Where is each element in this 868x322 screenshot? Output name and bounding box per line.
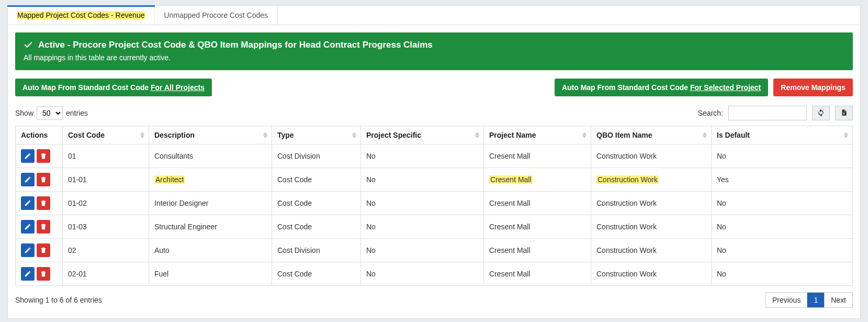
- cell-project-specific: No: [361, 215, 484, 239]
- export-icon: [840, 109, 848, 118]
- col-description[interactable]: Description: [149, 126, 272, 145]
- tab-mapped-label: Mapped Project Cost Codes - Revenue: [17, 11, 145, 19]
- cell-cost-code: 02-01: [63, 262, 149, 286]
- cell-project-name: Cresent Mall: [484, 192, 591, 215]
- sort-icon: [703, 132, 707, 138]
- pager-page-1[interactable]: 1: [807, 293, 824, 307]
- tab-panel: Active - Procore Project Cost Code & QBO…: [7, 25, 861, 319]
- action-row: Auto Map From Standard Cost Code For All…: [15, 79, 853, 96]
- table-row: 01ConsultantsCost DivisionNoCresent Mall…: [16, 145, 853, 168]
- edit-button[interactable]: [21, 267, 35, 281]
- edit-button[interactable]: [21, 243, 35, 257]
- refresh-button[interactable]: [812, 106, 830, 120]
- sort-icon: [582, 132, 587, 138]
- cell-description: Architect: [149, 168, 272, 192]
- cell-project-specific: No: [361, 168, 484, 192]
- table-row: 02-01FuelCost CodeNoCresent MallConstruc…: [16, 262, 853, 286]
- col-is-default[interactable]: Is Default: [712, 126, 853, 145]
- mappings-table: Actions Cost Code Description Type Proje…: [15, 126, 853, 286]
- tab-unmapped-label: Unmapped Procore Cost Codes: [164, 11, 268, 19]
- cell-qbo-item: Construction Work: [591, 168, 712, 192]
- search-input[interactable]: [728, 106, 807, 120]
- cell-project-specific: No: [361, 239, 484, 262]
- sort-icon: [475, 132, 479, 138]
- cell-description: Interior Designer: [149, 192, 272, 215]
- cell-project-specific: No: [361, 145, 484, 168]
- cell-qbo-item: Construction Work: [591, 192, 712, 215]
- export-button[interactable]: [835, 106, 853, 120]
- pager: Previous 1 Next: [765, 292, 853, 308]
- tabs-strip: Mapped Project Cost Codes - Revenue Unma…: [7, 5, 861, 25]
- col-qbo-item[interactable]: QBO Item Name: [591, 126, 712, 145]
- table-controls: Show 50 entries Search:: [15, 106, 853, 120]
- tab-mapped-cost-codes[interactable]: Mapped Project Cost Codes - Revenue: [8, 6, 155, 25]
- delete-button[interactable]: [37, 149, 50, 163]
- table-info: Showing 1 to 6 of 6 entries: [15, 296, 102, 304]
- trash-icon: [40, 247, 47, 254]
- cell-project-name: Cresent Mall: [484, 262, 591, 286]
- edit-button[interactable]: [21, 149, 35, 163]
- col-type[interactable]: Type: [272, 126, 361, 145]
- cell-is-default: Yes: [712, 168, 853, 192]
- cell-description: Fuel: [149, 262, 272, 286]
- edit-button[interactable]: [21, 196, 35, 210]
- cell-qbo-item: Construction Work: [591, 262, 712, 286]
- tab-unmapped-cost-codes[interactable]: Unmapped Procore Cost Codes: [155, 6, 278, 25]
- cell-type: Cost Division: [272, 145, 361, 168]
- cell-cost-code: 01-03: [63, 215, 149, 239]
- auto-map-all-button[interactable]: Auto Map From Standard Cost Code For All…: [15, 79, 212, 96]
- cell-description: Structural Engineer: [149, 215, 272, 239]
- remove-mappings-button[interactable]: Remove Mappings: [773, 79, 853, 96]
- col-actions: Actions: [16, 126, 63, 145]
- cell-project-specific: No: [361, 262, 484, 286]
- edit-button[interactable]: [21, 220, 35, 234]
- cell-is-default: No: [712, 145, 853, 168]
- cell-description: Consultants: [149, 145, 272, 168]
- auto-map-selected-button[interactable]: Auto Map From Standard Cost Code For Sel…: [555, 79, 768, 96]
- edit-button[interactable]: [21, 173, 35, 186]
- col-project-name[interactable]: Project Name: [484, 126, 591, 145]
- refresh-icon: [817, 109, 825, 118]
- status-banner: Active - Procore Project Cost Code & QBO…: [15, 32, 853, 70]
- trash-icon: [40, 152, 47, 160]
- cell-type: Cost Code: [272, 168, 361, 192]
- pager-prev[interactable]: Previous: [766, 293, 807, 307]
- trash-icon: [40, 199, 47, 207]
- cell-project-name: Cresent Mall: [484, 215, 591, 239]
- cell-description: Auto: [149, 239, 272, 262]
- table-footer: Showing 1 to 6 of 6 entries Previous 1 N…: [15, 292, 853, 308]
- pencil-icon: [24, 270, 31, 277]
- cell-type: Cost Division: [272, 239, 361, 262]
- trash-icon: [40, 223, 47, 230]
- check-icon: [24, 40, 33, 50]
- sort-icon: [844, 132, 848, 138]
- cell-is-default: No: [712, 262, 853, 286]
- cell-project-name: Cresent Mall: [484, 239, 591, 262]
- cell-is-default: No: [712, 239, 853, 262]
- sort-icon: [263, 132, 267, 138]
- table-row: 01-01ArchitectCost CodeNoCresent MallCon…: [16, 168, 853, 192]
- page-length-select[interactable]: 50: [37, 106, 63, 120]
- cell-qbo-item: Construction Work: [591, 145, 712, 168]
- cell-cost-code: 02: [63, 239, 149, 262]
- col-project-specific[interactable]: Project Specific: [361, 126, 484, 145]
- delete-button[interactable]: [37, 173, 50, 186]
- pager-next[interactable]: Next: [824, 293, 852, 307]
- trash-icon: [40, 270, 47, 277]
- cell-type: Cost Code: [272, 192, 361, 215]
- status-title: Active - Procore Project Cost Code & QBO…: [38, 40, 433, 50]
- table-row: 01-03Structural EngineerCost CodeNoCrese…: [16, 215, 853, 239]
- table-header-row: Actions Cost Code Description Type Proje…: [16, 126, 853, 145]
- sort-icon: [352, 132, 356, 138]
- cell-cost-code: 01-01: [63, 168, 149, 192]
- delete-button[interactable]: [37, 243, 50, 257]
- cell-type: Cost Code: [272, 215, 361, 239]
- cell-is-default: No: [712, 192, 853, 215]
- table-row: 01-02Interior DesignerCost CodeNoCresent…: [16, 192, 853, 215]
- delete-button[interactable]: [37, 196, 50, 210]
- cell-cost-code: 01: [63, 145, 149, 168]
- delete-button[interactable]: [37, 220, 50, 234]
- col-cost-code[interactable]: Cost Code: [63, 126, 149, 145]
- cell-qbo-item: Construction Work: [591, 239, 712, 262]
- delete-button[interactable]: [37, 267, 50, 281]
